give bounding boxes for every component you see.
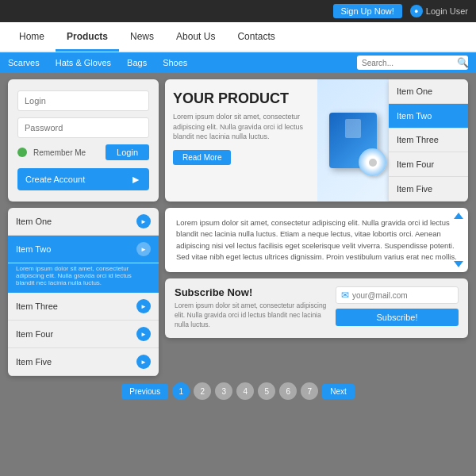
nav-news[interactable]: News [119, 21, 165, 52]
subnav-bags[interactable]: Bags [127, 58, 147, 67]
play-icon-two: ► [136, 242, 151, 256]
nav-contacts[interactable]: Contacts [226, 21, 286, 52]
email-input-wrap: ✉ [336, 286, 459, 304]
sidebar-item-five[interactable]: Item Five ► [8, 348, 159, 376]
arrow-right-icon: ► [130, 173, 141, 186]
play-icon-four: ► [136, 327, 151, 341]
items-sidebar: Item One ► Item Two ► Lorem ipsum dolor … [8, 208, 159, 376]
top-bar: Sign Up Now! ● Login User [0, 0, 476, 22]
subscribe-button[interactable]: Subscribe! [336, 309, 459, 326]
scroll-up-icon[interactable] [454, 213, 463, 219]
signup-button[interactable]: Sign Up Now! [333, 4, 402, 18]
read-more-button[interactable]: Read More [173, 150, 231, 165]
subnav-scarves[interactable]: Scarves [8, 58, 40, 67]
text-content-panel: Lorem ipsum dolor sit amet, consectetur … [165, 208, 468, 272]
nav-home[interactable]: Home [8, 21, 56, 52]
right-item-five[interactable]: Item Five [389, 177, 468, 202]
subscribe-description: Lorem ipsum dolor sit amet, consectetur … [175, 301, 328, 330]
search-input[interactable] [362, 59, 457, 67]
remember-indicator [17, 148, 27, 157]
bottom-right-column: Lorem ipsum dolor sit amet, consectetur … [165, 208, 468, 376]
right-item-four[interactable]: Item Four [389, 152, 468, 177]
page-1[interactable]: 1 [172, 382, 190, 400]
sidebar-item-three[interactable]: Item Three ► [8, 293, 159, 321]
search-icon: 🔍 [457, 57, 469, 68]
login-panel: Remember Me Login Create Account ► [8, 79, 159, 202]
next-button[interactable]: Next [322, 384, 355, 399]
right-items-panel: Item One Item Two Item Three Item Four I… [389, 79, 468, 202]
page-7[interactable]: 7 [301, 382, 318, 400]
user-icon: ● [410, 5, 423, 17]
right-item-one[interactable]: Item One [389, 79, 468, 104]
nav-products[interactable]: Products [56, 21, 119, 52]
login-user: ● Login User [410, 5, 468, 17]
login-user-label: Login User [426, 6, 468, 16]
right-item-two[interactable]: Item Two [389, 104, 468, 129]
subscribe-panel: Subscribe Now! Lorem ipsum dolor sit ame… [165, 278, 468, 338]
sidebar-item-two[interactable]: Item Two ► [8, 236, 159, 263]
remember-label: Remember Me [33, 148, 99, 157]
page-6[interactable]: 6 [279, 382, 297, 400]
prev-button[interactable]: Previous [121, 384, 168, 399]
page-5[interactable]: 5 [258, 382, 275, 400]
create-account-button[interactable]: Create Account ► [17, 168, 149, 190]
subnav-shoes[interactable]: Shoes [163, 58, 187, 67]
subscribe-left: Subscribe Now! Lorem ipsum dolor sit ame… [175, 286, 328, 330]
bottom-grid: Item One ► Item Two ► Lorem ipsum dolor … [8, 208, 468, 376]
product-panel: YOUR PRODUCT Lorem ipsum dolor sit amet,… [165, 79, 468, 202]
play-icon-five: ► [136, 355, 151, 369]
product-disc-icon [359, 148, 386, 176]
play-icon-one: ► [136, 214, 151, 228]
text-body: Lorem ipsum dolor sit amet, consectetur … [176, 217, 457, 263]
page-4[interactable]: 4 [236, 382, 254, 400]
subnav-hats[interactable]: Hats & Gloves [56, 58, 111, 67]
sidebar-item-four[interactable]: Item Four ► [8, 321, 159, 348]
subscribe-right: ✉ Subscribe! [336, 286, 459, 326]
sidebar-item-two-desc: Lorem ipsum dolor sit amet, consectetur … [8, 263, 159, 293]
login-input[interactable] [17, 90, 149, 111]
product-title: YOUR PRODUCT [173, 90, 309, 107]
top-grid: Remember Me Login Create Account ► YOUR … [8, 79, 468, 202]
password-input[interactable] [17, 117, 149, 138]
remember-row: Remember Me Login [17, 144, 149, 160]
login-button[interactable]: Login [106, 144, 149, 160]
product-description: Lorem ipsum dolor sit amet, consectetur … [173, 112, 309, 142]
page-2[interactable]: 2 [194, 382, 211, 400]
sub-nav: Scarves Hats & Gloves Bags Shoes 🔍 [0, 52, 476, 73]
right-item-three[interactable]: Item Three [389, 129, 468, 153]
scroll-down-icon[interactable] [454, 261, 463, 267]
nav-about[interactable]: About Us [165, 21, 226, 52]
play-icon-three: ► [136, 299, 151, 313]
product-image [317, 79, 389, 202]
sidebar-item-one[interactable]: Item One ► [8, 208, 159, 236]
email-icon: ✉ [341, 290, 349, 301]
email-input[interactable] [352, 291, 453, 300]
create-account-label: Create Account [25, 175, 85, 184]
nav-bar: Home Products News About Us Contacts [0, 22, 476, 52]
subscribe-title: Subscribe Now! [175, 286, 328, 298]
product-content: YOUR PRODUCT Lorem ipsum dolor sit amet,… [165, 79, 317, 202]
page-3[interactable]: 3 [215, 382, 232, 400]
pagination: Previous 1 2 3 4 5 6 7 Next [8, 382, 468, 400]
search-wrap: 🔍 [357, 56, 468, 70]
